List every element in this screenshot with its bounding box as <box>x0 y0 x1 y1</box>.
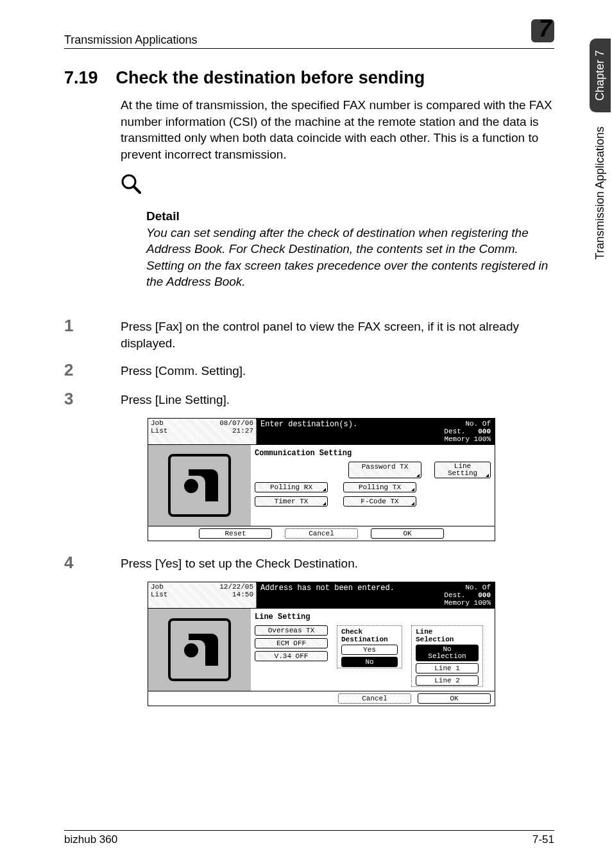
polling-rx-button[interactable]: Polling RX <box>255 482 328 492</box>
check-destination-group: Check Destination Yes No <box>337 625 402 668</box>
detail-block: Detail You can set sending after the che… <box>121 209 554 291</box>
ok-button[interactable]: OK <box>371 528 444 539</box>
step-3-text: Press [Line Setting]. <box>121 389 230 408</box>
step-4-text: Press [Yes] to set up the Check Destinat… <box>121 553 358 572</box>
memory-status-2: Memory 100% <box>444 599 491 607</box>
step-2-text: Press [Comm. Setting]. <box>121 360 246 379</box>
job-list-tab-2[interactable]: Job List 12/22/05 14:50 <box>148 582 257 608</box>
footer-left: bizhub 360 <box>64 833 117 846</box>
step-1-text: Press [Fax] on the control panel to view… <box>121 316 554 351</box>
line-selection-group: Line Selection No Selection Line 1 Line … <box>411 625 483 687</box>
cancel-button[interactable]: Cancel <box>285 528 358 539</box>
line-setting-button[interactable]: Line Setting <box>434 462 491 478</box>
overseas-tx-button[interactable]: Overseas TX <box>255 625 328 636</box>
job-list-label-2b: List <box>151 591 167 599</box>
password-tx-button[interactable]: Password TX <box>348 462 421 478</box>
screen-message-2: Address has not been entered. <box>260 584 395 607</box>
no-selection-button[interactable]: No Selection <box>416 645 479 661</box>
job-list-tab[interactable]: Job List 08/07/06 21:27 <box>148 419 257 444</box>
breadcrumb: Transmission Applications <box>64 33 197 47</box>
step-4: Press [Yes] to set up the Check Destinat… <box>64 553 554 573</box>
svg-rect-2 <box>169 455 230 516</box>
side-tab: Chapter 7 Transmission Applications <box>588 39 612 271</box>
preview-panel-2 <box>148 609 251 691</box>
chapter-badge: 7 <box>529 19 554 44</box>
line-selection-title: Line Selection <box>416 628 479 643</box>
line-setting-title: Line Setting <box>255 612 491 621</box>
step-2: Press [Comm. Setting]. <box>64 360 554 380</box>
svg-point-5 <box>184 643 198 657</box>
check-yes-button[interactable]: Yes <box>341 645 398 655</box>
dest-count: 000 <box>478 428 491 435</box>
detail-heading: Detail <box>146 209 554 223</box>
fax-screen-line-setting: Job List 12/22/05 14:50 Address has not … <box>148 582 554 706</box>
ok-button-2[interactable]: OK <box>418 693 491 704</box>
ecm-off-button[interactable]: ECM OFF <box>255 638 328 648</box>
page-footer: bizhub 360 7-51 <box>64 830 554 846</box>
check-destination-title: Check Destination <box>341 628 398 643</box>
steps-list-cont: Press [Yes] to set up the Check Destinat… <box>64 553 554 573</box>
fcode-tx-button[interactable]: F-Code TX <box>343 496 416 507</box>
v34-off-button[interactable]: V.34 OFF <box>255 651 328 661</box>
dest-count-2: 000 <box>478 591 491 599</box>
polling-tx-button[interactable]: Polling TX <box>343 482 416 492</box>
timer-tx-button[interactable]: Timer TX <box>255 496 328 507</box>
page-header: Transmission Applications 7 <box>64 19 554 49</box>
preview-panel <box>148 445 251 526</box>
reset-button[interactable]: Reset <box>199 528 272 539</box>
document-icon <box>164 450 235 521</box>
svg-point-3 <box>184 479 198 493</box>
section-number: 7.19 <box>64 68 98 88</box>
job-list-label-2: List <box>151 428 167 435</box>
document-icon <box>164 614 235 685</box>
steps-list: Press [Fax] on the control panel to view… <box>64 316 554 409</box>
svg-rect-4 <box>169 620 230 680</box>
detail-text: You can set sending after the check of d… <box>146 225 554 291</box>
step-3: Press [Line Setting]. <box>64 389 554 409</box>
magnifier-icon <box>121 173 554 198</box>
job-list-time: 21:27 <box>219 428 253 435</box>
line1-button[interactable]: Line 1 <box>416 663 479 673</box>
footer-right: 7-51 <box>532 833 554 846</box>
line2-button[interactable]: Line 2 <box>416 675 479 686</box>
side-tab-section: Transmission Applications <box>590 115 611 271</box>
side-tab-chapter: Chapter 7 <box>590 39 611 112</box>
chapter-number: 7 <box>539 15 552 42</box>
comm-setting-title: Communication Setting <box>255 449 491 458</box>
memory-status: Memory 100% <box>444 435 491 443</box>
step-1: Press [Fax] on the control panel to view… <box>64 316 554 351</box>
fax-screen-comm-setting: Job List 08/07/06 21:27 Enter destinatio… <box>148 418 554 541</box>
check-no-button[interactable]: No <box>341 657 398 667</box>
section-title-text: Check the destination before sending <box>116 68 425 88</box>
cancel-button-2[interactable]: Cancel <box>338 693 411 704</box>
job-list-time-2: 14:50 <box>219 591 253 599</box>
intro-paragraph: At the time of transmission, the specifi… <box>121 97 554 163</box>
svg-line-1 <box>134 187 140 193</box>
screen-message: Enter destination(s). <box>260 420 357 443</box>
section-heading: 7.19 Check the destination before sendin… <box>64 68 554 88</box>
